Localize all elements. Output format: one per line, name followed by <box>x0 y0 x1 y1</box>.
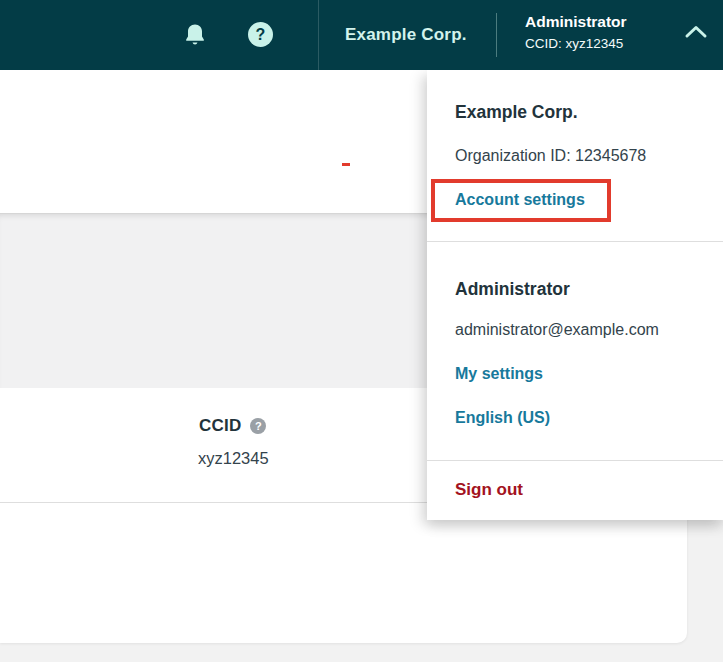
sign-out-link[interactable]: Sign out <box>455 480 523 500</box>
header-divider <box>318 0 319 70</box>
user-menu-collapse-button[interactable] <box>684 24 708 40</box>
dropdown-org-id: Organization ID: 12345678 <box>455 147 646 165</box>
ccid-help-icon[interactable]: ? <box>250 418 266 434</box>
bell-icon <box>183 23 207 49</box>
user-dropdown-menu: Example Corp. Organization ID: 12345678 … <box>427 70 723 520</box>
my-settings-link[interactable]: My settings <box>455 365 543 383</box>
annotation-highlight-box <box>431 179 611 222</box>
dropdown-org-name: Example Corp. <box>455 102 578 123</box>
header-user-name: Administrator <box>525 12 627 31</box>
header-user-ccid: CCID: xyz12345 <box>525 35 627 52</box>
ccid-value: xyz12345 <box>198 449 269 468</box>
notifications-button[interactable] <box>183 23 207 49</box>
header-company-name[interactable]: Example Corp. <box>345 0 467 70</box>
ccid-label: CCID <box>199 416 241 436</box>
dropdown-user-email: administrator@example.com <box>455 321 659 339</box>
chevron-up-icon <box>684 24 708 40</box>
screen: CCID ? xyz12345 ? Example Corp. Administ… <box>0 0 723 662</box>
user-menu-button[interactable]: Administrator CCID: xyz12345 <box>525 12 627 52</box>
help-button[interactable]: ? <box>248 22 273 47</box>
top-bar: ? Example Corp. Administrator CCID: xyz1… <box>0 0 723 70</box>
help-circle-icon: ? <box>256 26 266 43</box>
dropdown-divider <box>427 241 723 242</box>
dropdown-divider-2 <box>427 460 723 461</box>
ccid-field: CCID ? <box>199 416 266 436</box>
header-divider-2 <box>496 13 497 57</box>
annotation-dash <box>342 163 350 166</box>
dropdown-user-name: Administrator <box>455 279 570 300</box>
language-link[interactable]: English (US) <box>455 409 550 427</box>
